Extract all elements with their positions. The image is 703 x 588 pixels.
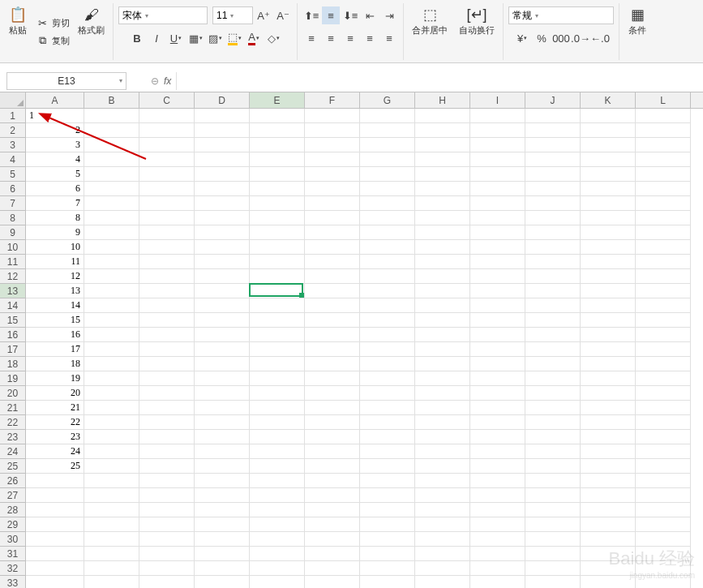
cell-B29[interactable]	[84, 517, 139, 532]
cell-E8[interactable]	[250, 211, 305, 225]
cell-A25[interactable]: 25	[26, 459, 84, 474]
cell-J17[interactable]	[525, 342, 581, 357]
comma-button[interactable]: 000	[552, 29, 570, 47]
cell-H28[interactable]	[415, 503, 470, 517]
cell-C22[interactable]	[139, 415, 195, 430]
row-header[interactable]: 15	[0, 313, 26, 328]
cell-F24[interactable]	[305, 444, 360, 459]
cell-K25[interactable]	[581, 459, 636, 474]
cell-F15[interactable]	[305, 313, 360, 328]
cell-C16[interactable]	[139, 328, 195, 342]
cell-F18[interactable]	[305, 357, 360, 371]
cell-D18[interactable]	[195, 357, 250, 371]
cell-K27[interactable]	[581, 488, 636, 503]
cell-I11[interactable]	[470, 255, 525, 269]
cell-K30[interactable]	[581, 532, 636, 547]
cell-K29[interactable]	[581, 517, 636, 532]
row-header[interactable]: 29	[0, 517, 26, 532]
cell-K19[interactable]	[581, 371, 636, 386]
cell-J7[interactable]	[525, 196, 581, 211]
cell-E19[interactable]	[250, 371, 305, 386]
cell-G16[interactable]	[360, 328, 415, 342]
cell-C20[interactable]	[139, 386, 195, 401]
cell-D28[interactable]	[195, 503, 250, 517]
font-size-select[interactable]: 11▾	[212, 6, 253, 24]
cell-H3[interactable]	[415, 138, 470, 152]
cell-A19[interactable]: 19	[26, 371, 84, 386]
cell-D25[interactable]	[195, 459, 250, 474]
cell-J32[interactable]	[525, 561, 581, 576]
cell-G2[interactable]	[360, 123, 415, 138]
cell-C23[interactable]	[139, 430, 195, 444]
cell-J16[interactable]	[525, 328, 581, 342]
cell-G32[interactable]	[360, 561, 415, 576]
cell-I12[interactable]	[470, 269, 525, 284]
cell-E5[interactable]	[250, 167, 305, 182]
cell-H12[interactable]	[415, 269, 470, 284]
cell-D27[interactable]	[195, 488, 250, 503]
cell-G23[interactable]	[360, 430, 415, 444]
cell-D11[interactable]	[195, 255, 250, 269]
cell-E2[interactable]	[250, 123, 305, 138]
column-header-E[interactable]: E	[250, 92, 305, 108]
cell-C8[interactable]	[139, 211, 195, 225]
increase-indent-button[interactable]: ⇥	[380, 6, 398, 24]
cell-D13[interactable]	[195, 284, 250, 298]
cell-H7[interactable]	[415, 196, 470, 211]
cell-A23[interactable]: 23	[26, 430, 84, 444]
cell-G14[interactable]	[360, 298, 415, 313]
cell-K20[interactable]	[581, 386, 636, 401]
cell-J30[interactable]	[525, 532, 581, 547]
increase-font-button[interactable]: A⁺	[255, 6, 272, 24]
cell-B24[interactable]	[84, 444, 139, 459]
cell-E29[interactable]	[250, 517, 305, 532]
cell-G15[interactable]	[360, 313, 415, 328]
cell-E4[interactable]	[250, 152, 305, 167]
cell-J33[interactable]	[525, 576, 581, 588]
cell-F14[interactable]	[305, 298, 360, 313]
cell-F22[interactable]	[305, 415, 360, 430]
cell-J6[interactable]	[525, 182, 581, 196]
row-header[interactable]: 28	[0, 503, 26, 517]
cell-H21[interactable]	[415, 401, 470, 415]
cell-H15[interactable]	[415, 313, 470, 328]
cell-H32[interactable]	[415, 561, 470, 576]
row-header[interactable]: 3	[0, 138, 26, 152]
row-header[interactable]: 1	[0, 109, 26, 123]
cell-G11[interactable]	[360, 255, 415, 269]
cell-K2[interactable]	[581, 123, 636, 138]
font-color-button[interactable]: A▾	[245, 29, 263, 47]
cell-K6[interactable]	[581, 182, 636, 196]
cell-C14[interactable]	[139, 298, 195, 313]
align-middle-button[interactable]: ≡	[322, 6, 340, 24]
fill-pattern-button[interactable]: ▨▾	[206, 29, 224, 47]
cell-L27[interactable]	[636, 488, 691, 503]
column-header-C[interactable]: C	[139, 92, 195, 108]
cell-F6[interactable]	[305, 182, 360, 196]
cell-L28[interactable]	[636, 503, 691, 517]
cell-A17[interactable]: 17	[26, 342, 84, 357]
cell-A15[interactable]: 15	[26, 313, 84, 328]
row-header[interactable]: 4	[0, 152, 26, 167]
cell-H11[interactable]	[415, 255, 470, 269]
cell-I24[interactable]	[470, 444, 525, 459]
cell-B30[interactable]	[84, 532, 139, 547]
cell-K4[interactable]	[581, 152, 636, 167]
cell-J28[interactable]	[525, 503, 581, 517]
cell-G13[interactable]	[360, 284, 415, 298]
cut-button[interactable]: ✂ 剪切	[34, 15, 71, 31]
cell-B22[interactable]	[84, 415, 139, 430]
cell-B12[interactable]	[84, 269, 139, 284]
cell-C19[interactable]	[139, 371, 195, 386]
cell-H1[interactable]	[415, 109, 470, 123]
cell-F7[interactable]	[305, 196, 360, 211]
cell-D3[interactable]	[195, 138, 250, 152]
column-header-A[interactable]: A	[26, 92, 84, 108]
cell-L22[interactable]	[636, 415, 691, 430]
cell-H9[interactable]	[415, 225, 470, 240]
row-header[interactable]: 30	[0, 532, 26, 547]
cell-B11[interactable]	[84, 255, 139, 269]
cell-E7[interactable]	[250, 196, 305, 211]
cell-A31[interactable]	[26, 547, 84, 561]
number-format-select[interactable]: 常规▾	[508, 6, 614, 24]
